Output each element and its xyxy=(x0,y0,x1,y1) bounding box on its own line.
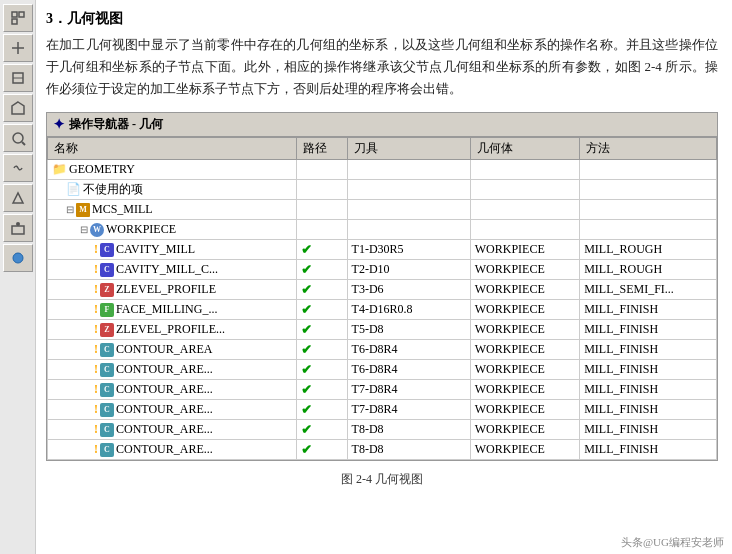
warning-icon: ! xyxy=(94,242,98,257)
cell-method xyxy=(580,160,717,180)
cell-path: ✔ xyxy=(296,380,347,400)
cell-name: ⊟ M MCS_MILL xyxy=(48,200,297,220)
toolbar-btn-9[interactable] xyxy=(3,244,33,272)
cell-method: MILL_ROUGH xyxy=(580,240,717,260)
toolbar-btn-3[interactable] xyxy=(3,64,33,92)
op-icon: C xyxy=(100,363,114,377)
svg-rect-2 xyxy=(12,19,17,24)
row-name-text: MCS_MILL xyxy=(92,202,153,217)
cell-geometry: WORKPIECE xyxy=(470,320,579,340)
svg-point-11 xyxy=(13,253,23,263)
table-row[interactable]: ! C CONTOUR_ARE... ✔T8-D8WORKPIECEMILL_F… xyxy=(48,440,717,460)
cell-path: ✔ xyxy=(296,400,347,420)
toolbar-btn-1[interactable] xyxy=(3,4,33,32)
cell-name: ! C CAVITY_MILL xyxy=(48,240,297,260)
table-row[interactable]: ! C CONTOUR_ARE... ✔T8-D8WORKPIECEMILL_F… xyxy=(48,420,717,440)
toolbar-btn-4[interactable] xyxy=(3,94,33,122)
cell-path: ✔ xyxy=(296,300,347,320)
cell-name: ! C CONTOUR_ARE... xyxy=(48,440,297,460)
svg-point-7 xyxy=(13,133,23,143)
cell-tool xyxy=(347,200,470,220)
row-name-text: CONTOUR_ARE... xyxy=(116,402,213,417)
table-row[interactable]: ! C CONTOUR_ARE... ✔T7-D8R4WORKPIECEMILL… xyxy=(48,380,717,400)
table-row[interactable]: ! C CAVITY_MILL_C... ✔T2-D10WORKPIECEMIL… xyxy=(48,260,717,280)
row-name-text: ZLEVEL_PROFILE xyxy=(116,282,216,297)
cell-geometry: WORKPIECE xyxy=(470,260,579,280)
op-icon: F xyxy=(100,303,114,317)
row-name-text: CAVITY_MILL xyxy=(116,242,195,257)
op-icon: Z xyxy=(100,283,114,297)
cell-geometry: WORKPIECE xyxy=(470,280,579,300)
check-icon: ✔ xyxy=(301,402,312,417)
warning-icon: ! xyxy=(94,282,98,297)
section-title: 3．几何视图 xyxy=(46,10,718,28)
table-row[interactable]: 📁 GEOMETRY xyxy=(48,160,717,180)
cell-path xyxy=(296,220,347,240)
table-row[interactable]: ! C CONTOUR_AREA ✔T6-D8R4WORKPIECEMILL_F… xyxy=(48,340,717,360)
cell-geometry: WORKPIECE xyxy=(470,380,579,400)
cell-method xyxy=(580,180,717,200)
table-row[interactable]: ! F FACE_MILLING_... ✔T4-D16R0.8WORKPIEC… xyxy=(48,300,717,320)
row-name-text: FACE_MILLING_... xyxy=(116,302,217,317)
cell-tool: T8-D8 xyxy=(347,420,470,440)
cell-tool: T7-D8R4 xyxy=(347,380,470,400)
page-container: 3．几何视图 在加工几何视图中显示了当前零件中存在的几何组的坐标系，以及这些几何… xyxy=(0,0,732,554)
cell-method: MILL_FINISH xyxy=(580,300,717,320)
col-header-geometry: 几何体 xyxy=(470,138,579,160)
cell-path xyxy=(296,180,347,200)
nav-compass-icon: ✦ xyxy=(53,116,65,133)
cell-method: MILL_FINISH xyxy=(580,360,717,380)
table-row[interactable]: ! C CONTOUR_ARE... ✔T7-D8R4WORKPIECEMILL… xyxy=(48,400,717,420)
toolbar-btn-5[interactable] xyxy=(3,124,33,152)
toolbar-btn-7[interactable] xyxy=(3,184,33,212)
navigator-box: ✦ 操作导航器 - 几何 名称 路径 刀具 几何体 方法 � xyxy=(46,112,718,461)
nav-table-body: 📁 GEOMETRY📄 不使用的项 ⊟ M MCS_MILL ⊟ W WORKP… xyxy=(48,160,717,460)
expand-icon: ⊟ xyxy=(80,224,88,235)
warning-icon: ! xyxy=(94,402,98,417)
row-name-text: CONTOUR_ARE... xyxy=(116,442,213,457)
cell-path: ✔ xyxy=(296,320,347,340)
table-row[interactable]: ⊟ M MCS_MILL xyxy=(48,200,717,220)
table-row[interactable]: ! Z ZLEVEL_PROFILE... ✔T5-D8WORKPIECEMIL… xyxy=(48,320,717,340)
table-row[interactable]: ⊟ W WORKPIECE xyxy=(48,220,717,240)
cell-path: ✔ xyxy=(296,240,347,260)
toolbar-btn-2[interactable] xyxy=(3,34,33,62)
cell-method: MILL_FINISH xyxy=(580,340,717,360)
cell-name: ! F FACE_MILLING_... xyxy=(48,300,297,320)
op-icon: C xyxy=(100,403,114,417)
navigator-title-bar: ✦ 操作导航器 - 几何 xyxy=(47,113,717,137)
table-row[interactable]: ! C CAVITY_MILL ✔T1-D30R5WORKPIECEMILL_R… xyxy=(48,240,717,260)
table-row[interactable]: ! C CONTOUR_ARE... ✔T6-D8R4WORKPIECEMILL… xyxy=(48,360,717,380)
cell-tool xyxy=(347,160,470,180)
check-icon: ✔ xyxy=(301,362,312,377)
svg-rect-0 xyxy=(12,12,17,17)
check-icon: ✔ xyxy=(301,422,312,437)
row-name-text: ZLEVEL_PROFILE... xyxy=(116,322,225,337)
warning-icon: ! xyxy=(94,362,98,377)
cell-path xyxy=(296,160,347,180)
check-icon: ✔ xyxy=(301,442,312,457)
cell-geometry: WORKPIECE xyxy=(470,240,579,260)
row-name-text: GEOMETRY xyxy=(69,162,135,177)
table-row[interactable]: 📄 不使用的项 xyxy=(48,180,717,200)
warning-icon: ! xyxy=(94,442,98,457)
toolbar-btn-8[interactable] xyxy=(3,214,33,242)
warning-icon: ! xyxy=(94,342,98,357)
op-icon: C xyxy=(100,443,114,457)
toolbar-btn-6[interactable] xyxy=(3,154,33,182)
cell-geometry xyxy=(470,200,579,220)
op-icon: C xyxy=(100,383,114,397)
row-name-text: CONTOUR_ARE... xyxy=(116,382,213,397)
warning-icon: ! xyxy=(94,382,98,397)
table-row[interactable]: ! Z ZLEVEL_PROFILE ✔T3-D6WORKPIECEMILL_S… xyxy=(48,280,717,300)
cell-method: MILL_FINISH xyxy=(580,440,717,460)
cell-name: 📄 不使用的项 xyxy=(48,180,297,200)
op-icon: Z xyxy=(100,323,114,337)
cell-method xyxy=(580,220,717,240)
cell-tool: T7-D8R4 xyxy=(347,400,470,420)
table-header-row: 名称 路径 刀具 几何体 方法 xyxy=(48,138,717,160)
cell-geometry: WORKPIECE xyxy=(470,420,579,440)
cell-path: ✔ xyxy=(296,280,347,300)
cell-tool: T4-D16R0.8 xyxy=(347,300,470,320)
cell-path: ✔ xyxy=(296,420,347,440)
